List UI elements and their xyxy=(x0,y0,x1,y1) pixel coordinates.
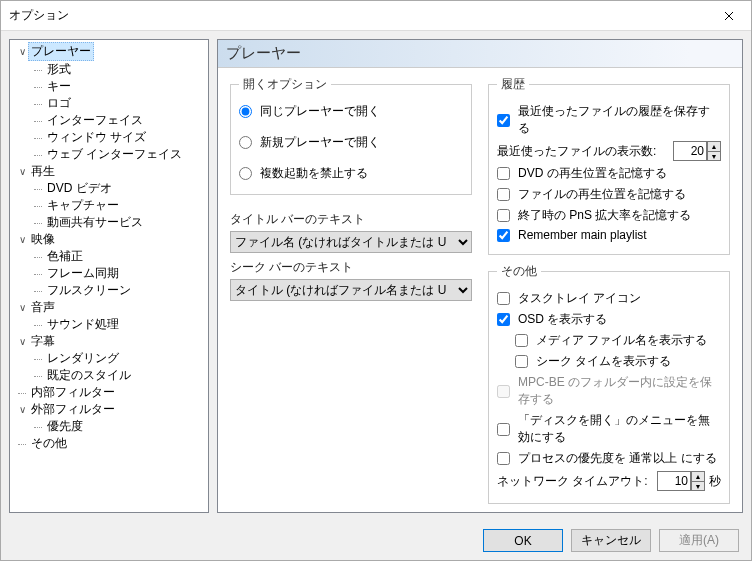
recent-count-input[interactable] xyxy=(673,141,707,161)
tree-logo[interactable]: ロゴ xyxy=(32,95,206,112)
tree-interface[interactable]: インターフェイス xyxy=(32,112,206,129)
tree-rendering[interactable]: レンダリング xyxy=(32,350,206,367)
check-remember-dvd-label: DVD の再生位置を記憶する xyxy=(518,165,667,182)
radio-no-multi[interactable] xyxy=(239,167,252,180)
check-remember-playlist[interactable] xyxy=(497,229,510,242)
titlebar-text-label: タイトル バーのテキスト xyxy=(230,211,472,228)
seconds-label: 秒 xyxy=(709,473,721,490)
tree-other[interactable]: その他 xyxy=(16,435,206,452)
check-show-osd[interactable] xyxy=(497,313,510,326)
seekbar-text-select[interactable]: タイトル (なければファイル名または U xyxy=(230,279,472,301)
check-osd-seektime[interactable] xyxy=(515,355,528,368)
check-remember-file-label: ファイルの再生位置を記憶する xyxy=(518,186,686,203)
check-tray-icon-label: タスクトレイ アイコン xyxy=(518,290,641,307)
tree-key[interactable]: キー xyxy=(32,78,206,95)
tree-priority[interactable]: 優先度 xyxy=(32,418,206,435)
check-remember-file[interactable] xyxy=(497,188,510,201)
check-remember-pns-label: 終了時の PnS 拡大率を記憶する xyxy=(518,207,691,224)
titlebar: オプション xyxy=(1,1,751,31)
check-mpc-folder xyxy=(497,385,510,398)
check-osd-filename[interactable] xyxy=(515,334,528,347)
tree-subtitles[interactable]: ∨字幕 xyxy=(16,333,206,350)
other-group: その他 タスクトレイ アイコン OSD を表示する メディア ファイル名を表示す… xyxy=(488,263,730,504)
check-process-priority[interactable] xyxy=(497,452,510,465)
open-options-legend: 開くオプション xyxy=(239,76,331,93)
content-panel: プレーヤー 開くオプション 同じプレーヤーで開く 新規プレーヤーで開く 複数起動… xyxy=(217,39,743,513)
page-title: プレーヤー xyxy=(218,40,742,68)
collapse-icon[interactable]: ∨ xyxy=(16,231,28,248)
collapse-icon[interactable]: ∨ xyxy=(16,333,28,350)
check-osd-filename-label: メディア ファイル名を表示する xyxy=(536,332,707,349)
apply-button: 適用(A) xyxy=(659,529,739,552)
tree-format[interactable]: 形式 xyxy=(32,61,206,78)
check-save-recent-label: 最近使ったファイルの履歴を保存する xyxy=(518,103,721,137)
check-remember-dvd[interactable] xyxy=(497,167,510,180)
history-group: 履歴 最近使ったファイルの履歴を保存する 最近使ったファイルの表示数: ▲▼ D… xyxy=(488,76,730,255)
tree-video[interactable]: ∨映像 xyxy=(16,231,206,248)
options-window: オプション ∨プレーヤー 形式 キー ロゴ インターフェイス ウィンドウ サイズ… xyxy=(0,0,752,561)
close-button[interactable] xyxy=(707,1,751,31)
content-body: 開くオプション 同じプレーヤーで開く 新規プレーヤーで開く 複数起動を禁止する … xyxy=(218,68,742,512)
check-mpc-folder-label: MPC-BE のフォルダー内に設定を保存する xyxy=(518,374,721,408)
cancel-button[interactable]: キャンセル xyxy=(571,529,651,552)
body: ∨プレーヤー 形式 キー ロゴ インターフェイス ウィンドウ サイズ ウェブ イ… xyxy=(1,31,751,521)
tree-capture[interactable]: キャプチャー xyxy=(32,197,206,214)
seekbar-text-label: シーク バーのテキスト xyxy=(230,259,472,276)
tree-videoshare[interactable]: 動画共有サービス xyxy=(32,214,206,231)
other-legend: その他 xyxy=(497,263,541,280)
tree-internalfilters[interactable]: 内部フィルター xyxy=(16,384,206,401)
check-disable-disc-menu[interactable] xyxy=(497,423,510,436)
check-save-recent[interactable] xyxy=(497,114,510,127)
check-remember-pns[interactable] xyxy=(497,209,510,222)
check-osd-seektime-label: シーク タイムを表示する xyxy=(536,353,671,370)
network-timeout-label: ネットワーク タイムアウト: xyxy=(497,473,648,490)
tree-webinterface[interactable]: ウェブ インターフェイス xyxy=(32,146,206,163)
history-legend: 履歴 xyxy=(497,76,529,93)
collapse-icon[interactable]: ∨ xyxy=(16,299,28,316)
tree-audio[interactable]: ∨音声 xyxy=(16,299,206,316)
check-disable-disc-menu-label: 「ディスクを開く」のメニューを無効にする xyxy=(518,412,721,446)
tree-color[interactable]: 色補正 xyxy=(32,248,206,265)
category-tree[interactable]: ∨プレーヤー 形式 キー ロゴ インターフェイス ウィンドウ サイズ ウェブ イ… xyxy=(9,39,209,513)
check-remember-playlist-label: Remember main playlist xyxy=(518,228,647,242)
recent-count-label: 最近使ったファイルの表示数: xyxy=(497,143,656,160)
tree-fullscreen[interactable]: フルスクリーン xyxy=(32,282,206,299)
tree-framesync[interactable]: フレーム同期 xyxy=(32,265,206,282)
check-tray-icon[interactable] xyxy=(497,292,510,305)
radio-same-player-label: 同じプレーヤーで開く xyxy=(260,103,380,120)
tree-defaultstyle[interactable]: 既定のスタイル xyxy=(32,367,206,384)
tree-externalfilters[interactable]: ∨外部フィルター xyxy=(16,401,206,418)
radio-new-player[interactable] xyxy=(239,136,252,149)
tree-sound[interactable]: サウンド処理 xyxy=(32,316,206,333)
spin-up-icon[interactable]: ▲ xyxy=(707,141,721,151)
open-options-group: 開くオプション 同じプレーヤーで開く 新規プレーヤーで開く 複数起動を禁止する xyxy=(230,76,472,195)
footer: OK キャンセル 適用(A) xyxy=(1,521,751,560)
tree-windowsize[interactable]: ウィンドウ サイズ xyxy=(32,129,206,146)
spin-down-icon[interactable]: ▼ xyxy=(691,481,705,491)
collapse-icon[interactable]: ∨ xyxy=(16,43,28,60)
tree-playback[interactable]: ∨再生 xyxy=(16,163,206,180)
check-show-osd-label: OSD を表示する xyxy=(518,311,607,328)
titlebar-text-select[interactable]: ファイル名 (なければタイトルまたは U xyxy=(230,231,472,253)
collapse-icon[interactable]: ∨ xyxy=(16,401,28,418)
ok-button[interactable]: OK xyxy=(483,529,563,552)
spin-up-icon[interactable]: ▲ xyxy=(691,471,705,481)
network-timeout-input[interactable] xyxy=(657,471,691,491)
collapse-icon[interactable]: ∨ xyxy=(16,163,28,180)
radio-same-player[interactable] xyxy=(239,105,252,118)
close-icon xyxy=(724,11,734,21)
recent-count-spinner[interactable]: ▲▼ xyxy=(673,141,721,161)
spin-down-icon[interactable]: ▼ xyxy=(707,151,721,161)
check-process-priority-label: プロセスの優先度を 通常以上 にする xyxy=(518,450,717,467)
radio-new-player-label: 新規プレーヤーで開く xyxy=(260,134,380,151)
radio-no-multi-label: 複数起動を禁止する xyxy=(260,165,368,182)
tree-dvd[interactable]: DVD ビデオ xyxy=(32,180,206,197)
network-timeout-spinner[interactable]: ▲▼ xyxy=(657,471,705,491)
window-title: オプション xyxy=(9,7,707,24)
tree-player[interactable]: ∨プレーヤー xyxy=(16,42,206,61)
